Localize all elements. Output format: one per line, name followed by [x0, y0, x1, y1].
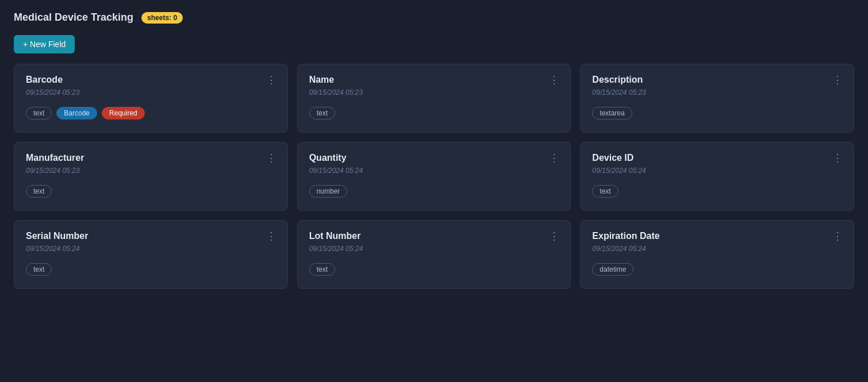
card-date-expiration-date: 09/15/2024 05:24 — [592, 245, 843, 253]
card-date-manufacturer: 09/15/2024 05:23 — [26, 167, 277, 175]
card-name: Name⋮09/15/2024 05:23text — [297, 64, 571, 133]
page-header: Medical Device Tracking sheets: 0 — [14, 11, 854, 24]
card-header-barcode: Barcode⋮ — [26, 75, 277, 85]
tag-text-barcode: text — [26, 107, 52, 119]
card-menu-icon-manufacturer[interactable]: ⋮ — [266, 153, 277, 163]
card-serial-number: Serial Number⋮09/15/2024 05:24text — [14, 220, 288, 289]
card-tags-serial-number: text — [26, 263, 277, 276]
card-date-lot-number: 09/15/2024 05:24 — [309, 245, 560, 253]
card-title-description: Description — [592, 75, 643, 85]
tag-textarea-description: textarea — [592, 107, 632, 119]
card-menu-icon-description[interactable]: ⋮ — [832, 75, 843, 85]
card-header-manufacturer: Manufacturer⋮ — [26, 153, 277, 163]
card-quantity: Quantity⋮09/15/2024 05:24number — [297, 142, 571, 211]
card-title-lot-number: Lot Number — [309, 231, 361, 241]
card-header-name: Name⋮ — [309, 75, 560, 85]
card-menu-icon-barcode[interactable]: ⋮ — [266, 75, 277, 85]
card-title-expiration-date: Expiration Date — [592, 231, 659, 241]
card-header-lot-number: Lot Number⋮ — [309, 231, 560, 241]
card-tags-name: text — [309, 107, 560, 119]
card-date-description: 09/15/2024 05:23 — [592, 88, 843, 97]
card-tags-barcode: textBarcodeRequired — [26, 107, 277, 119]
card-date-quantity: 09/15/2024 05:24 — [309, 167, 560, 175]
tag-text-manufacturer: text — [26, 185, 52, 198]
card-header-serial-number: Serial Number⋮ — [26, 231, 277, 241]
tag-datetime-expiration-date: datetime — [592, 263, 633, 276]
card-tags-manufacturer: text — [26, 185, 277, 198]
card-menu-icon-quantity[interactable]: ⋮ — [549, 153, 560, 163]
card-menu-icon-serial-number[interactable]: ⋮ — [266, 231, 277, 241]
tag-text-device-id: text — [592, 185, 618, 198]
card-expiration-date: Expiration Date⋮09/15/2024 05:24datetime — [580, 220, 854, 289]
card-header-expiration-date: Expiration Date⋮ — [592, 231, 843, 241]
card-menu-icon-name[interactable]: ⋮ — [549, 75, 560, 85]
tag-text-serial-number: text — [26, 263, 52, 276]
tag-number-quantity: number — [309, 185, 348, 198]
card-tags-expiration-date: datetime — [592, 263, 843, 276]
card-menu-icon-expiration-date[interactable]: ⋮ — [832, 231, 843, 241]
card-title-manufacturer: Manufacturer — [26, 153, 84, 163]
card-title-name: Name — [309, 75, 335, 85]
card-device-id: Device ID⋮09/15/2024 05:24text — [580, 142, 854, 211]
card-header-description: Description⋮ — [592, 75, 843, 85]
card-lot-number: Lot Number⋮09/15/2024 05:24text — [297, 220, 571, 289]
card-date-name: 09/15/2024 05:23 — [309, 88, 560, 97]
card-title-barcode: Barcode — [26, 75, 63, 85]
card-description: Description⋮09/15/2024 05:23textarea — [580, 64, 854, 133]
tag-text-lot-number: text — [309, 263, 335, 276]
card-date-serial-number: 09/15/2024 05:24 — [26, 245, 277, 253]
tag-required-barcode: Required — [102, 107, 145, 119]
card-tags-lot-number: text — [309, 263, 560, 276]
card-date-barcode: 09/15/2024 05:23 — [26, 88, 277, 97]
fields-grid: Barcode⋮09/15/2024 05:23textBarcodeRequi… — [14, 64, 854, 289]
card-menu-icon-lot-number[interactable]: ⋮ — [549, 231, 560, 241]
card-manufacturer: Manufacturer⋮09/15/2024 05:23text — [14, 142, 288, 211]
card-title-device-id: Device ID — [592, 153, 633, 163]
card-title-serial-number: Serial Number — [26, 231, 88, 241]
card-title-quantity: Quantity — [309, 153, 347, 163]
card-barcode: Barcode⋮09/15/2024 05:23textBarcodeRequi… — [14, 64, 288, 133]
sheets-badge: sheets: 0 — [141, 12, 183, 24]
tag-text-name: text — [309, 107, 335, 119]
card-date-device-id: 09/15/2024 05:24 — [592, 167, 843, 175]
card-tags-quantity: number — [309, 185, 560, 198]
card-header-device-id: Device ID⋮ — [592, 153, 843, 163]
new-field-button[interactable]: + New Field — [14, 35, 75, 53]
card-header-quantity: Quantity⋮ — [309, 153, 560, 163]
card-tags-description: textarea — [592, 107, 843, 119]
card-tags-device-id: text — [592, 185, 843, 198]
card-menu-icon-device-id[interactable]: ⋮ — [832, 153, 843, 163]
tag-barcode-barcode: Barcode — [56, 107, 97, 119]
page-title: Medical Device Tracking — [14, 11, 133, 24]
